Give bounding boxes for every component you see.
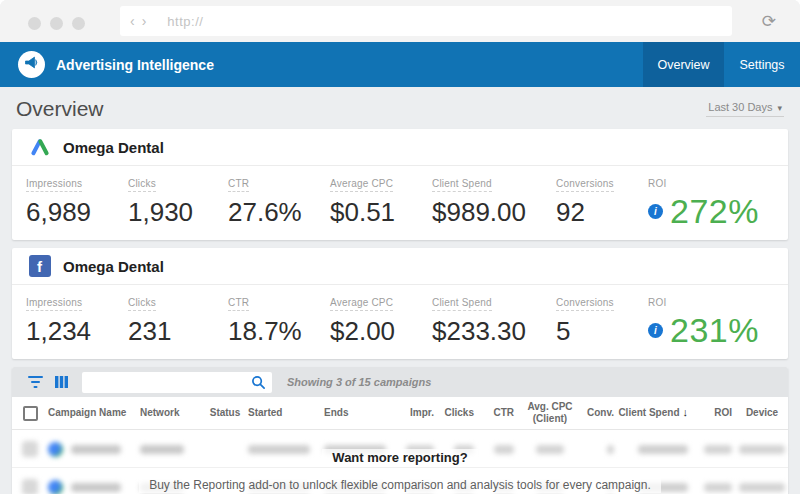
refresh-icon[interactable]: ⟳ bbox=[762, 11, 776, 32]
account-card-facebook: f Omega Dental Impressions 1,234 Clicks … bbox=[12, 248, 788, 359]
forward-icon[interactable]: › bbox=[142, 14, 147, 28]
metric-value: $989.00 bbox=[432, 197, 556, 228]
metric-conversions: Conversions 92 bbox=[556, 173, 648, 228]
metric-value: 18.7% bbox=[228, 316, 330, 347]
select-all-checkbox[interactable] bbox=[23, 406, 38, 421]
window-control-dot[interactable] bbox=[50, 17, 63, 30]
metric-roi: ROI i 272% bbox=[648, 173, 788, 231]
window-controls bbox=[28, 17, 85, 30]
metric-label: Conversions bbox=[556, 178, 614, 192]
metric-client-spend: Client Spend $989.00 bbox=[432, 173, 556, 228]
metric-ctr: CTR 18.7% bbox=[228, 292, 330, 347]
app-logo bbox=[18, 51, 45, 78]
col-network[interactable]: Network bbox=[140, 407, 202, 419]
info-icon[interactable]: i bbox=[648, 323, 663, 338]
metric-label: ROI bbox=[648, 297, 666, 308]
col-client-spend[interactable]: Client Spend↓ bbox=[618, 406, 692, 419]
table-toolbar: Showing 3 of 15 campaigns bbox=[12, 367, 788, 397]
date-range-dropdown[interactable]: Last 30 Days▾ bbox=[706, 101, 784, 117]
col-conversions[interactable]: Conv. bbox=[582, 407, 618, 419]
showing-count-text: Showing 3 of 15 campaigns bbox=[287, 376, 431, 388]
metric-value: 6,989 bbox=[26, 197, 128, 228]
metric-label: Client Spend bbox=[432, 297, 492, 311]
metric-value: 231 bbox=[128, 316, 228, 347]
metric-label: Impressions bbox=[26, 178, 82, 192]
col-roi[interactable]: ROI bbox=[692, 407, 736, 419]
metric-conversions: Conversions 5 bbox=[556, 292, 648, 347]
col-client-spend-label: Client Spend bbox=[618, 407, 679, 418]
metric-label: Average CPC bbox=[330, 297, 393, 311]
account-name: Omega Dental bbox=[63, 258, 164, 275]
metric-label: Clicks bbox=[128, 178, 156, 192]
col-impressions[interactable]: Impr. bbox=[396, 407, 438, 419]
col-ends[interactable]: Ends bbox=[324, 407, 396, 419]
chevron-down-icon: ▾ bbox=[777, 103, 782, 113]
facebook-icon: f bbox=[28, 255, 51, 278]
metric-value: 5 bbox=[556, 316, 648, 347]
upsell-overlay: Want more reporting? Buy the Reporting a… bbox=[12, 448, 788, 494]
metric-value: 1,930 bbox=[128, 197, 228, 228]
sort-desc-icon: ↓ bbox=[683, 406, 689, 418]
metric-value: 27.6% bbox=[228, 197, 330, 228]
upsell-heading: Want more reporting? bbox=[322, 449, 477, 466]
main-content: Overview Last 30 Days▾ Omega Dental Impr… bbox=[0, 87, 800, 494]
app-window: ‹ › http:// ⟳ Advertising Intelligence O… bbox=[0, 0, 800, 494]
back-icon[interactable]: ‹ bbox=[130, 14, 135, 28]
table-header-row: Campaign Name Network Status Started End… bbox=[12, 397, 788, 430]
metrics-row: Impressions 6,989 Clicks 1,930 CTR 27.6%… bbox=[12, 166, 788, 240]
col-avg-cpc[interactable]: Avg. CPC (Client) bbox=[518, 401, 582, 425]
upsell-body: Buy the Reporting add-on to unlock flexi… bbox=[139, 477, 661, 493]
metric-label: CTR bbox=[228, 297, 249, 311]
table-body: Want more reporting? Buy the Reporting a… bbox=[12, 430, 788, 494]
metric-label: Clicks bbox=[128, 297, 156, 311]
card-header: f Omega Dental bbox=[12, 248, 788, 284]
metric-average-cpc: Average CPC $2.00 bbox=[330, 292, 432, 347]
campaigns-table: Showing 3 of 15 campaigns Campaign Name … bbox=[12, 367, 788, 494]
url-text[interactable]: http:// bbox=[167, 14, 203, 29]
metric-client-spend: Client Spend $233.30 bbox=[432, 292, 556, 347]
window-control-dot[interactable] bbox=[28, 17, 41, 30]
col-ctr[interactable]: CTR bbox=[478, 407, 518, 419]
tab-settings[interactable]: Settings bbox=[724, 42, 800, 87]
metrics-row: Impressions 1,234 Clicks 231 CTR 18.7% A… bbox=[12, 285, 788, 359]
col-campaign-name[interactable]: Campaign Name bbox=[48, 407, 140, 419]
metric-value: 1,234 bbox=[26, 316, 128, 347]
col-clicks[interactable]: Clicks bbox=[438, 407, 478, 419]
metric-label: ROI bbox=[648, 178, 666, 189]
page-head: Overview Last 30 Days▾ bbox=[12, 87, 788, 129]
app-header: Advertising Intelligence Overview Settin… bbox=[0, 42, 800, 87]
metric-value: $233.30 bbox=[432, 316, 556, 347]
facebook-f-glyph: f bbox=[37, 258, 42, 277]
search-input[interactable] bbox=[82, 372, 272, 393]
account-name: Omega Dental bbox=[63, 139, 164, 156]
google-ads-icon bbox=[28, 136, 51, 159]
window-control-dot[interactable] bbox=[72, 17, 85, 30]
metric-label: Client Spend bbox=[432, 178, 492, 192]
browser-chrome: ‹ › http:// ⟳ bbox=[0, 0, 800, 42]
url-bar[interactable]: ‹ › http:// bbox=[120, 6, 732, 36]
metric-impressions: Impressions 6,989 bbox=[26, 173, 128, 228]
col-device[interactable]: Device bbox=[736, 407, 788, 419]
metric-label: Conversions bbox=[556, 297, 614, 311]
columns-icon[interactable] bbox=[55, 376, 68, 388]
col-started[interactable]: Started bbox=[248, 407, 324, 419]
info-icon[interactable]: i bbox=[648, 204, 663, 219]
metric-clicks: Clicks 1,930 bbox=[128, 173, 228, 228]
account-card-google: Omega Dental Impressions 6,989 Clicks 1,… bbox=[12, 129, 788, 240]
metric-average-cpc: Average CPC $0.51 bbox=[330, 173, 432, 228]
page-title: Overview bbox=[16, 97, 104, 121]
roi-value: 231% bbox=[670, 311, 759, 350]
roi-value: 272% bbox=[670, 192, 759, 231]
search-icon[interactable] bbox=[251, 375, 266, 394]
metric-label: CTR bbox=[228, 178, 249, 192]
col-avg-cpc-line2: (Client) bbox=[518, 413, 582, 425]
metric-label: Impressions bbox=[26, 297, 82, 311]
date-range-label: Last 30 Days bbox=[708, 101, 772, 113]
filter-icon[interactable] bbox=[28, 376, 43, 388]
metric-value: $0.51 bbox=[330, 197, 432, 228]
metric-value: 92 bbox=[556, 197, 648, 228]
col-status[interactable]: Status bbox=[202, 407, 248, 419]
tab-overview[interactable]: Overview bbox=[643, 42, 724, 87]
col-avg-cpc-line1: Avg. CPC bbox=[518, 401, 582, 413]
metric-roi: ROI i 231% bbox=[648, 292, 788, 350]
